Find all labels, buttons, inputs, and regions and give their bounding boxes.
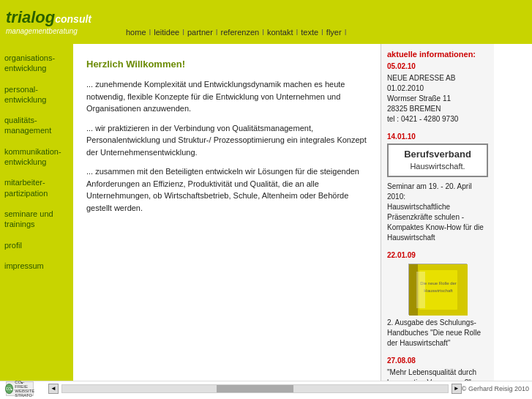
scrollbar-thumb (217, 385, 293, 392)
sidebar-item-profil[interactable]: profil (4, 240, 69, 250)
sidebar-item-org[interactable]: organisations-entwicklung (4, 53, 69, 74)
footer-copyright: © Gerhard Reisig 2010 (462, 385, 529, 392)
svg-text:Hauswirtschaft: Hauswirtschaft (424, 288, 453, 293)
svg-rect-1 (409, 264, 418, 316)
strato-badge: CO₂ CO₂-FREIEWEBSITESTRATO (6, 381, 34, 396)
info-block-3: 22.01.09 Die neue Rolle der Hauswirtscha… (387, 250, 488, 348)
nav-leitidee[interactable]: leitidee (152, 28, 181, 37)
nav-flyer[interactable]: flyer (325, 28, 343, 37)
bottom-bar: CO₂ CO₂-FREIEWEBSITESTRATO ◄ ► © Gerhard… (0, 381, 532, 395)
sidebar: organisations-entwicklung personal-entwi… (0, 44, 73, 381)
scrollbar-track[interactable] (61, 384, 449, 393)
main-layout: organisations-entwicklung personal-entwi… (0, 44, 532, 381)
info-text-3: 2. Ausgabe des Schulungs-Handbuches "Die… (387, 318, 488, 348)
content-paragraph-2: ... wir praktizieren in der Verbindung v… (86, 122, 367, 159)
info-date-1: 05.02.10 (387, 61, 488, 72)
sidebar-item-mitarbeiter[interactable]: mitarbeiter-partizipation (4, 177, 69, 198)
right-panel: aktuelle informationen: 05.02.10 NEUE AD… (381, 44, 494, 381)
nav-sep-1: I (148, 29, 153, 37)
nav-sep-3: I (214, 29, 220, 37)
info-date-4: 27.08.08 (387, 356, 488, 366)
info-date-3: 22.01.09 (387, 250, 488, 261)
content-paragraph-3: ... zusammen mit den Beteiligten entwick… (86, 165, 367, 214)
info-date-2: 14.01.10 (387, 132, 488, 142)
info-block-1: 05.02.10 NEUE ADRESSE AB 01.02.2010Worms… (387, 61, 488, 124)
nav-referenzen[interactable]: referenzen (220, 28, 261, 37)
nav-home[interactable]: home (124, 28, 148, 37)
book-image: Die neue Rolle der Hauswirtschaft (408, 264, 467, 315)
sidebar-item-qualitaet[interactable]: qualitäts-management (4, 115, 69, 136)
co2-icon: CO₂ (5, 384, 14, 394)
sidebar-item-impressum[interactable]: impressum (4, 261, 69, 271)
navigation: home I leitidee I partner I referenzen I… (124, 28, 348, 41)
sidebar-item-personal[interactable]: personal-entwicklung (4, 84, 69, 105)
bv-title-line1: Berufsverband (391, 148, 484, 161)
right-panel-title: aktuelle informationen: (387, 50, 488, 59)
nav-sep-6: I (320, 29, 325, 37)
berufsverband-box: Berufsverband Hauswirtschaft. (387, 143, 488, 177)
info-text-1: NEUE ADRESSE AB 01.02.2010Wormser Straße… (387, 73, 488, 124)
nav-sep-2: I (181, 29, 186, 37)
logo-area: trialogconsult managementberatung (0, 0, 124, 44)
info-text-4: "Mehr Lebensqualität durch kooperative V… (387, 368, 488, 381)
scroll-left-button[interactable]: ◄ (48, 384, 59, 394)
content-heading: Herzlich Willkommen! (86, 59, 367, 70)
info-block-2: 14.01.10 Berufsverband Hauswirtschaft. S… (387, 132, 488, 243)
main-content: Herzlich Willkommen! ... zunehmende Komp… (73, 44, 381, 381)
nav-sep-4: I (261, 29, 266, 37)
strato-label: CO₂-FREIEWEBSITESTRATO (15, 379, 34, 398)
sidebar-item-kommunikation[interactable]: kommunikation-entwicklung (4, 146, 69, 168)
nav-kontakt[interactable]: kontakt (266, 28, 294, 37)
scroll-right-button[interactable]: ► (452, 384, 462, 394)
header: trialogconsult managementberatung home I… (0, 0, 532, 44)
nav-partner[interactable]: partner (186, 28, 214, 37)
info-block-4: 27.08.08 "Mehr Lebensqualität durch koop… (387, 356, 488, 381)
nav-texte[interactable]: texte (299, 28, 320, 37)
logo-subtitle: managementberatung (6, 27, 124, 35)
nav-sep-5: I (294, 29, 299, 37)
logo-trialog: trialogconsult (6, 10, 124, 26)
svg-text:Die neue Rolle der: Die neue Rolle der (420, 281, 457, 286)
sidebar-item-seminare[interactable]: seminare undtrainings (4, 209, 69, 230)
nav-sep-7: I (343, 29, 348, 37)
content-paragraph-1: ... zunehmende Komplexität und Entwicklu… (86, 78, 367, 115)
strato-inner: CO₂ CO₂-FREIEWEBSITESTRATO (6, 381, 34, 396)
info-text-2: Seminar am 19. - 20. April 2010:Hauswirt… (387, 182, 488, 243)
bv-title-line2: Hauswirtschaft. (391, 161, 484, 172)
